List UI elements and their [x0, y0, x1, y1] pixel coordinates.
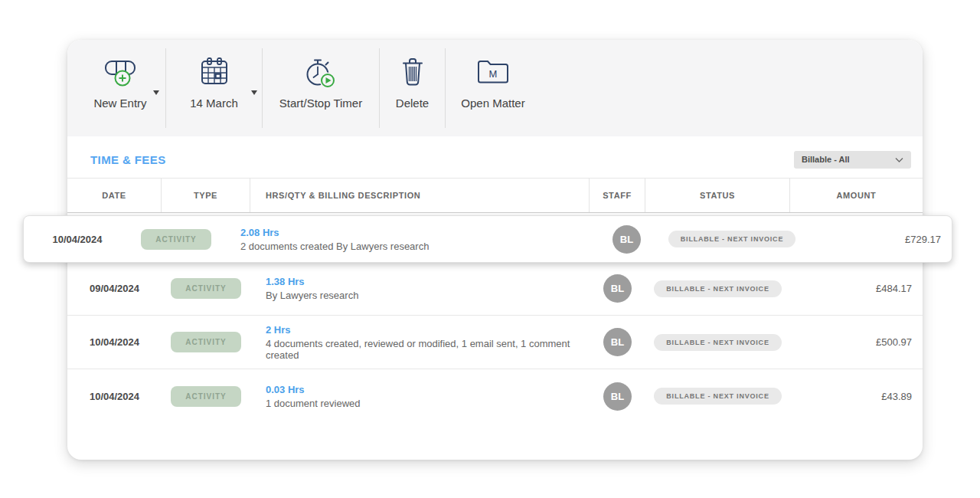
row-description-cell: 0.03 Hrs 1 document reviewed	[250, 369, 590, 423]
row-description-text: By Lawyers research	[266, 290, 358, 301]
row-date: 09/04/2024	[67, 262, 162, 315]
activity-badge: ACTIVITY	[141, 229, 211, 250]
row-status-cell: BILLABLE - NEXT INVOICE	[645, 262, 790, 315]
column-header-staff[interactable]: STAFF	[590, 179, 645, 212]
staff-avatar: BL	[603, 328, 632, 356]
row-hours-link[interactable]: 2.08 Hrs	[240, 227, 279, 238]
open-matter-button[interactable]: M Open Matter	[446, 40, 541, 136]
staff-avatar: BL	[603, 382, 632, 411]
billable-filter-value: Billable - All	[802, 155, 850, 164]
calendar-icon	[199, 52, 230, 92]
row-description-text: 4 documents created, reviewed or modifie…	[266, 338, 590, 361]
new-entry-dropdown-caret[interactable]	[153, 90, 159, 95]
table-row-highlighted[interactable]: 10/04/2024 ACTIVITY 2.08 Hrs 2 documents…	[23, 215, 952, 263]
delete-button[interactable]: Delete	[380, 40, 445, 136]
start-stop-timer-label: Start/Stop Timer	[279, 97, 362, 110]
timer-icon	[304, 52, 338, 92]
row-hours-link[interactable]: 0.03 Hrs	[266, 384, 305, 395]
column-header-amount[interactable]: AMOUNT	[790, 179, 923, 212]
table-row[interactable]: 10/04/2024 ACTIVITY 2 Hrs 4 documents cr…	[67, 316, 923, 369]
trash-icon	[400, 52, 425, 92]
row-description-cell: 2 Hrs 4 documents created, reviewed or m…	[250, 316, 590, 369]
table-row[interactable]: 10/04/2024 ACTIVITY 0.03 Hrs 1 document …	[67, 369, 923, 423]
row-amount: £729.17	[808, 216, 952, 262]
row-type: ACTIVITY	[162, 369, 250, 423]
billable-filter-dropdown[interactable]: Billable - All	[794, 151, 911, 169]
status-badge: BILLABLE - NEXT INVOICE	[654, 388, 781, 405]
row-description-cell: 1.38 Hrs By Lawyers research	[250, 262, 590, 315]
row-type: ACTIVITY	[162, 316, 250, 369]
activity-badge: ACTIVITY	[171, 278, 241, 299]
folder-icon: M	[476, 52, 510, 92]
page: New Entry	[0, 0, 980, 498]
toolbar: New Entry	[67, 40, 923, 136]
row-staff-cell: BL	[590, 369, 645, 423]
row-amount: £43.89	[790, 369, 923, 423]
row-description-text: 2 documents created By Lawyers research	[240, 241, 429, 252]
row-date: 10/04/2024	[67, 369, 162, 423]
status-badge: BILLABLE - NEXT INVOICE	[654, 334, 781, 351]
row-staff-cell: BL	[590, 262, 645, 315]
row-type: ACTIVITY	[131, 216, 221, 262]
section-title: TIME & FEES	[90, 153, 166, 166]
column-header-type[interactable]: TYPE	[162, 179, 250, 212]
column-header-status[interactable]: STATUS	[645, 179, 790, 212]
delete-label: Delete	[396, 97, 429, 110]
row-hours-link[interactable]: 2 Hrs	[266, 324, 291, 336]
activity-badge: ACTIVITY	[171, 386, 241, 407]
staff-avatar: BL	[612, 225, 641, 254]
table-header: DATE TYPE HRS/QTY & BILLING DESCRIPTION …	[67, 178, 923, 213]
row-staff-cell: BL	[598, 216, 655, 262]
date-picker-button[interactable]: 14 March	[166, 40, 262, 136]
column-header-date[interactable]: DATE	[67, 179, 162, 212]
new-entry-button[interactable]: New Entry	[75, 40, 165, 136]
table-row[interactable]: 09/04/2024 ACTIVITY 1.38 Hrs By Lawyers …	[67, 262, 923, 316]
row-amount: £484.17	[790, 262, 923, 315]
start-stop-timer-button[interactable]: Start/Stop Timer	[263, 40, 379, 136]
row-status-cell: BILLABLE - NEXT INVOICE	[645, 316, 790, 369]
row-date: 10/04/2024	[24, 216, 131, 262]
column-header-description[interactable]: HRS/QTY & BILLING DESCRIPTION	[250, 179, 590, 212]
row-staff-cell: BL	[590, 316, 645, 369]
row-hours-link[interactable]: 1.38 Hrs	[266, 276, 305, 287]
staff-avatar: BL	[603, 274, 632, 303]
row-type: ACTIVITY	[162, 262, 250, 315]
row-amount: £500.97	[790, 316, 923, 369]
row-status-cell: BILLABLE - NEXT INVOICE	[655, 216, 808, 262]
chevron-down-icon	[895, 152, 903, 166]
row-description-cell: 2.08 Hrs 2 documents created By Lawyers …	[221, 216, 598, 262]
row-description-text: 1 document reviewed	[266, 398, 361, 409]
date-picker-label: 14 March	[190, 97, 238, 110]
open-matter-label: Open Matter	[461, 97, 524, 110]
row-status-cell: BILLABLE - NEXT INVOICE	[645, 369, 790, 423]
status-badge: BILLABLE - NEXT INVOICE	[668, 231, 795, 247]
activity-badge: ACTIVITY	[171, 332, 241, 352]
date-picker-caret[interactable]	[251, 90, 257, 95]
new-entry-icon	[103, 52, 137, 92]
new-entry-label: New Entry	[93, 97, 146, 110]
folder-letter: M	[489, 68, 498, 80]
row-date: 10/04/2024	[67, 316, 162, 369]
section-header: TIME & FEES Billable - All	[67, 136, 923, 178]
status-badge: BILLABLE - NEXT INVOICE	[654, 280, 781, 297]
